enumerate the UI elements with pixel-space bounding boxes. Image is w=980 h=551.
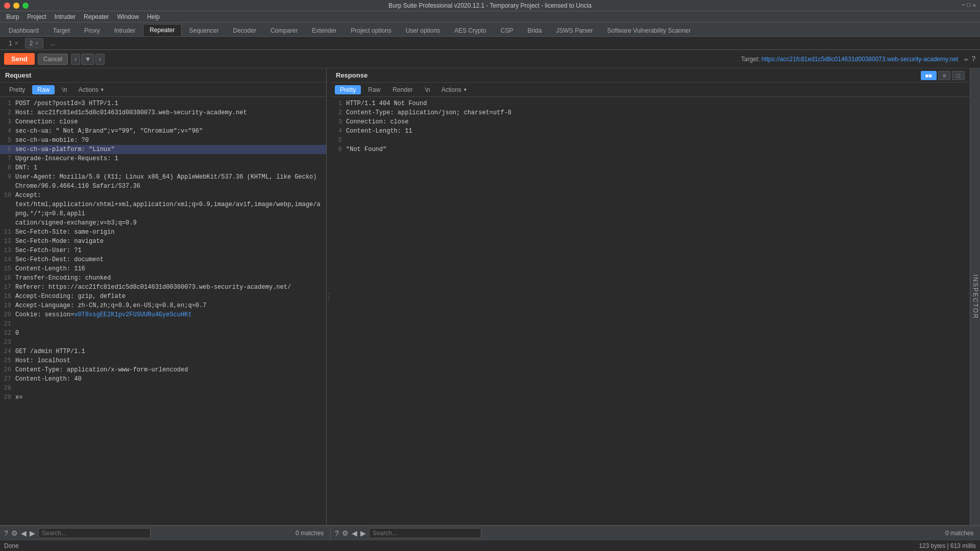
line-number: 4 [0, 127, 15, 136]
nav-back-button[interactable]: ‹ [71, 54, 80, 65]
line-number: 1 [331, 99, 346, 108]
response-tab-pretty[interactable]: Pretty [335, 85, 361, 94]
traffic-light-green[interactable] [22, 3, 29, 9]
response-nav-forward-icon[interactable]: ▶ [360, 529, 366, 537]
request-line: 29x= [0, 393, 326, 402]
tab-dashboard[interactable]: Dashboard [2, 24, 45, 36]
repeater-tab-1-label: 1 [9, 40, 12, 47]
request-nav-back-icon[interactable]: ◀ [21, 529, 27, 537]
response-tab-raw[interactable]: Raw [363, 85, 385, 94]
line-content: HTTP/1.1 404 Not Found [346, 99, 970, 108]
response-tab-render[interactable]: Render [387, 85, 418, 94]
line-content: Transfer-Encoding: chunked [15, 273, 326, 283]
request-line: 16Transfer-Encoding: chunked [0, 273, 326, 283]
tab-repeater[interactable]: Repeater [143, 24, 181, 36]
tab-user-options[interactable]: User options [399, 24, 447, 36]
tab-project-options[interactable]: Project options [344, 24, 398, 36]
menu-help[interactable]: Help [143, 12, 164, 21]
request-line: 11Sec-Fetch-Site: same-origin [0, 228, 326, 237]
tab-decoder[interactable]: Decoder [227, 24, 263, 36]
line-number: 18 [0, 292, 15, 301]
request-matches-count: 0 matches [296, 530, 326, 537]
repeater-tab-2-close[interactable]: ✕ [35, 40, 39, 46]
menu-window[interactable]: Window [113, 12, 143, 21]
view-btn-list[interactable]: ≡ [938, 71, 950, 80]
response-nav-back-icon[interactable]: ◀ [352, 529, 357, 537]
traffic-light-red[interactable] [4, 3, 10, 9]
status-bar: Done 123 bytes | 613 millis [0, 540, 980, 551]
line-number: 25 [0, 356, 15, 365]
tab-brida[interactable]: Brida [521, 24, 548, 36]
menu-burp[interactable]: Burp [2, 12, 23, 21]
edit-icon[interactable]: ✏ [964, 55, 968, 63]
cancel-button[interactable]: Cancel [38, 54, 68, 65]
view-btn-grid[interactable]: ■■ [921, 71, 937, 80]
response-help-icon[interactable]: ? [335, 529, 339, 537]
response-search-input[interactable] [369, 528, 481, 538]
request-code-area[interactable]: 1POST /post?postId=3 HTTP/1.12Host: acc2… [0, 97, 326, 525]
line-number: 1 [0, 99, 15, 108]
request-nav-forward-icon[interactable]: ▶ [30, 529, 35, 537]
response-settings-icon[interactable]: ⚙ [342, 529, 349, 537]
line-content: sec-ch-ua: " Not A;Brand";v="99", "Chrom… [15, 127, 326, 136]
repeater-tab-more[interactable]: ... [45, 38, 60, 48]
menu-repeater[interactable]: Repeater [80, 12, 113, 21]
repeater-tab-1[interactable]: 1 ✕ [4, 38, 23, 48]
help-icon[interactable]: ? [972, 55, 976, 63]
response-tab-newline[interactable]: \n [420, 85, 435, 94]
request-line: 13Sec-Fetch-User: ?1 [0, 246, 326, 255]
minimize-btn[interactable]: ─ [962, 2, 965, 9]
tab-extender[interactable]: Extender [305, 24, 343, 36]
tab-proxy[interactable]: Proxy [78, 24, 107, 36]
request-tab-pretty[interactable]: Pretty [4, 85, 30, 94]
line-number: 5 [331, 136, 346, 145]
repeater-tab-2[interactable]: 2 ✕ [25, 38, 44, 48]
tab-jsws-parser[interactable]: JSWS Parser [549, 24, 599, 36]
tab-target[interactable]: Target [46, 24, 77, 36]
request-line: 3Connection: close [0, 117, 326, 127]
request-settings-icon[interactable]: ⚙ [11, 529, 18, 537]
line-number: 3 [331, 117, 346, 127]
request-search-input[interactable] [38, 528, 151, 538]
repeater-tab-1-close[interactable]: ✕ [14, 40, 18, 46]
request-line: 21 [0, 319, 326, 329]
line-content: Host: acc21fc81ed1c5d8c014631d00380073.w… [15, 108, 326, 117]
tab-csp[interactable]: CSP [494, 24, 520, 36]
request-actions-button[interactable]: Actions ▼ [74, 85, 108, 94]
tab-sequencer[interactable]: Sequencer [183, 24, 226, 36]
response-bottom-bar: ? ⚙ ◀ ▶ 0 matches [331, 525, 980, 540]
repeater-tab-bar: 1 ✕ 2 ✕ ... [0, 37, 980, 50]
line-number: 15 [0, 264, 15, 273]
send-button[interactable]: Send [4, 53, 35, 65]
request-help-icon[interactable]: ? [4, 529, 8, 537]
tab-aes-crypto[interactable]: AES Crypto [448, 24, 493, 36]
response-line: 6"Not Found" [331, 145, 970, 154]
view-btn-single[interactable]: □ [952, 71, 965, 80]
request-panel: Request Pretty Raw \n Actions ▼ 1POST /p… [0, 68, 327, 525]
line-content: Sec-Fetch-Dest: document [15, 255, 326, 264]
close-btn[interactable]: ✕ [972, 2, 976, 9]
request-tab-raw[interactable]: Raw [32, 85, 55, 94]
nav-dropdown-button[interactable]: ▼ [81, 54, 94, 65]
request-line: 6sec-ch-ua-platform: "Linux" [0, 145, 326, 154]
maximize-btn[interactable]: □ [967, 2, 971, 9]
request-tab-newline[interactable]: \n [57, 85, 72, 94]
line-number: 23 [0, 338, 15, 347]
request-line: 15Content-Length: 116 [0, 264, 326, 273]
menu-bar: Burp Project Intruder Repeater Window He… [0, 11, 980, 22]
traffic-light-yellow[interactable] [13, 3, 19, 9]
line-number: 3 [0, 117, 15, 127]
menu-intruder[interactable]: Intruder [51, 12, 80, 21]
response-code-area[interactable]: 1HTTP/1.1 404 Not Found2Content-Type: ap… [331, 97, 970, 525]
menu-project[interactable]: Project [23, 12, 50, 21]
status-left: Done [4, 542, 19, 549]
tab-software-vulnerability-scanner[interactable]: Software Vulnerability Scanner [600, 24, 697, 36]
response-actions-button[interactable]: Actions ▼ [437, 85, 472, 94]
tab-comparer[interactable]: Comparer [264, 24, 304, 36]
tab-intruder[interactable]: Intruder [108, 24, 142, 36]
panel-divider[interactable]: ⋮ [327, 68, 331, 525]
inspector-panel[interactable]: INSPECTOR [970, 68, 980, 525]
request-line: text/html,application/xhtml+xml,applicat… [0, 200, 326, 218]
request-line: 27Content-Length: 40 [0, 374, 326, 384]
nav-forward-button[interactable]: › [95, 54, 105, 65]
